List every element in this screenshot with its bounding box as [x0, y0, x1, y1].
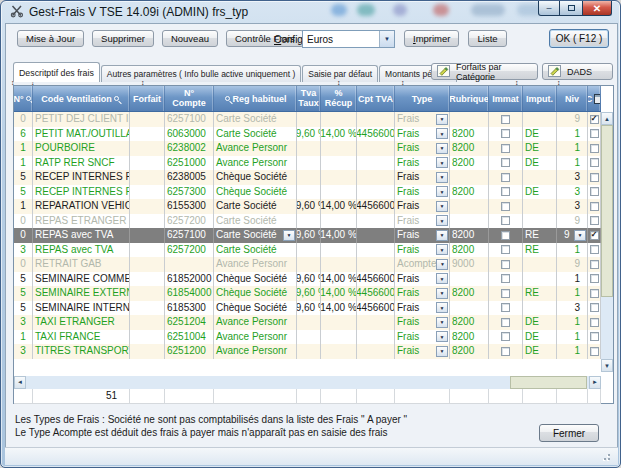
- table-row[interactable]: 3TITRES TRANSPORT E6251200Avance Personr…: [14, 344, 601, 359]
- checkbox[interactable]: [501, 115, 510, 124]
- checkbox[interactable]: [501, 332, 510, 341]
- dropdown-arrow-button[interactable]: ▼: [436, 114, 448, 125]
- checkbox[interactable]: [501, 289, 510, 298]
- dropdown-arrow-button[interactable]: ▼: [436, 143, 448, 154]
- column-chooser-icon[interactable]: [594, 94, 601, 104]
- checkbox[interactable]: [590, 332, 599, 341]
- dropdown-arrow-button[interactable]: ▼: [436, 259, 448, 270]
- toolbar-button-nouveau[interactable]: Nouveau: [162, 30, 218, 47]
- horizontal-scrollbar[interactable]: ◄ ►: [14, 376, 601, 389]
- dropdown-arrow-button[interactable]: ▼: [436, 244, 448, 255]
- checkbox[interactable]: [590, 144, 599, 153]
- table-row[interactable]: 3REPAS avec TVA6257200Carte SociétéFrais…: [14, 243, 601, 258]
- scroll-up-arrow[interactable]: ▲: [601, 112, 613, 125]
- checkbox[interactable]: [501, 144, 510, 153]
- checkbox[interactable]: [590, 347, 599, 356]
- checkbox[interactable]: [501, 173, 510, 182]
- dropdown-arrow-button[interactable]: ▼: [436, 288, 448, 299]
- table-row[interactable]: 1REPARATION VEHICUL6155300Carte Société1…: [14, 199, 601, 214]
- dropdown-arrow-button[interactable]: ▼: [283, 230, 295, 241]
- column-header-cpt[interactable]: Cpt TVA: [357, 86, 395, 111]
- fermer-button[interactable]: Fermer: [539, 424, 599, 442]
- checkbox[interactable]: [590, 202, 599, 211]
- checkbox-checked[interactable]: ✓: [590, 115, 599, 124]
- dropdown-arrow-button[interactable]: ▼: [436, 172, 448, 183]
- checkbox[interactable]: [501, 260, 510, 269]
- table-row[interactable]: 0PETIT DEJ CLIENT INV6257100Carte Sociét…: [14, 112, 601, 127]
- vertical-scroll-thumb[interactable]: [601, 125, 613, 297]
- column-header-compte[interactable]: N°Compte: [165, 86, 214, 111]
- column-header-recup[interactable]: %Récup: [321, 86, 357, 111]
- table-row[interactable]: 3TAXI ETRANGER6251204Avance PersonrFrais…: [14, 315, 601, 330]
- ok-button[interactable]: OK ( F12 ): [549, 29, 609, 48]
- close-button[interactable]: ✕: [582, 1, 612, 16]
- checkbox[interactable]: [590, 289, 599, 298]
- dropdown-arrow-button[interactable]: ▼: [436, 302, 448, 313]
- tab-descritptif-des-frais[interactable]: Descritptif des frais: [13, 62, 100, 82]
- checkbox[interactable]: [590, 173, 599, 182]
- table-row[interactable]: 1POURBOIRE6238002Avance PersonrFrais▼820…: [14, 141, 601, 156]
- checkbox[interactable]: [501, 318, 510, 327]
- table-row[interactable]: 5SEMINAIRE EXTERNE61854000Chèque Société…: [14, 286, 601, 301]
- scroll-down-arrow[interactable]: ▼: [601, 359, 613, 372]
- tab-autres-parametres[interactable]: Autres paramètres ( Info bulle active un…: [101, 65, 302, 82]
- column-header-tva[interactable]: TvaTaux: [297, 86, 321, 111]
- dropdown-arrow-button[interactable]: ▼: [436, 201, 448, 212]
- checkbox[interactable]: [501, 158, 510, 167]
- resize-grip[interactable]: [601, 451, 610, 460]
- checkbox[interactable]: [590, 260, 599, 269]
- checkbox[interactable]: [501, 231, 510, 240]
- dropdown-arrow-button[interactable]: ▼: [436, 186, 448, 197]
- checkbox[interactable]: [501, 202, 510, 211]
- vertical-scrollbar[interactable]: ▲ ▼: [601, 112, 613, 372]
- dropdown-arrow-button[interactable]: ▼: [436, 317, 448, 328]
- column-header-immat[interactable]: Immat: [489, 86, 523, 111]
- checkbox[interactable]: [501, 303, 510, 312]
- checkbox[interactable]: [501, 245, 510, 254]
- toolbar-button-imprimer[interactable]: Imprimer: [404, 30, 459, 47]
- checkbox[interactable]: [501, 347, 510, 356]
- column-header-forfait[interactable]: Forfait: [130, 86, 165, 111]
- scroll-right-arrow[interactable]: ►: [589, 376, 601, 389]
- checkbox[interactable]: [590, 274, 599, 283]
- toolbar-button-supprimer[interactable]: Supprimer: [92, 30, 154, 47]
- minimize-button[interactable]: –: [538, 1, 560, 16]
- table-row[interactable]: 5SEMINAIRE INTERNE6185300Chèque Société1…: [14, 301, 601, 316]
- column-header-rubrique[interactable]: Rubrique: [450, 86, 489, 111]
- checkbox[interactable]: [590, 187, 599, 196]
- checkbox-checked[interactable]: ✓: [590, 231, 599, 240]
- table-row[interactable]: 1RATP RER SNCF6251000Avance PersonrFrais…: [14, 156, 601, 171]
- checkbox[interactable]: [501, 274, 510, 283]
- forfaits-par-categorie-button[interactable]: Forfaits par Catégorie: [431, 63, 538, 80]
- table-row[interactable]: 1TAXI FRANCE6251004Avance PersonrFrais▼8…: [14, 330, 601, 345]
- config-dropdown[interactable]: Euros ▼: [302, 30, 395, 48]
- toolbar-button-mise-a-jour[interactable]: Mise à Jour: [17, 30, 84, 47]
- dropdown-arrow-button[interactable]: ▼: [436, 157, 448, 168]
- column-header-imput[interactable]: Imput.: [523, 86, 557, 111]
- scroll-left-arrow[interactable]: ◄: [14, 376, 26, 389]
- table-row[interactable]: 0REPAS ETRANGER6257200Carte SociétéFrais…: [14, 214, 601, 229]
- column-header-code[interactable]: Code Ventilation: [33, 86, 130, 111]
- checkbox[interactable]: [501, 129, 510, 138]
- table-row[interactable]: 0REPAS avec TVA6257100Carte Société▼19,6…: [14, 228, 601, 243]
- dropdown-arrow-button[interactable]: ▼: [436, 331, 448, 342]
- table-row[interactable]: 5RECEP INTERNES PER6238005Chèque Société…: [14, 170, 601, 185]
- dads-button[interactable]: DADS: [542, 63, 613, 80]
- checkbox[interactable]: [590, 303, 599, 312]
- table-row[interactable]: 6PETIT MAT./OUTILLAG6063000Carte Société…: [14, 127, 601, 142]
- dropdown-arrow-button[interactable]: ▼: [436, 215, 448, 226]
- horizontal-scroll-thumb[interactable]: [510, 376, 587, 389]
- column-header-c[interactable]: C: [588, 86, 601, 111]
- table-row[interactable]: 5SEMINAIRE COMMERCI61852000Chèque Sociét…: [14, 272, 601, 287]
- checkbox[interactable]: [590, 245, 599, 254]
- dropdown-arrow-button[interactable]: ▼: [436, 230, 448, 241]
- column-header-niv[interactable]: Niv: [557, 86, 588, 111]
- table-row[interactable]: 0RETRAIT GABAvance PersonrAcompte▼90009: [14, 257, 601, 272]
- dropdown-arrow-button[interactable]: ▼: [574, 230, 586, 241]
- table-row[interactable]: 5RECEP INTERNES PRO6257300Chèque Société…: [14, 185, 601, 200]
- title-bar[interactable]: Gest-Frais V TSE 14.09i (ADMIN) frs_typ …: [1, 1, 620, 23]
- dropdown-arrow-button[interactable]: ▼: [436, 128, 448, 139]
- dropdown-arrow-button[interactable]: ▼: [436, 273, 448, 284]
- checkbox[interactable]: [501, 187, 510, 196]
- checkbox[interactable]: [501, 216, 510, 225]
